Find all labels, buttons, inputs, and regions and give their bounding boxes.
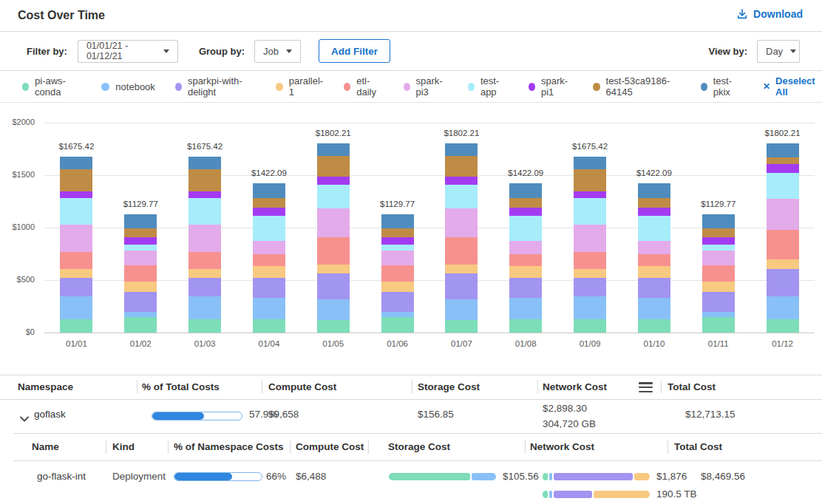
col-header-pct-namespace[interactable]: % of Namespace Costs <box>174 441 284 452</box>
col-header-network-cost[interactable]: Network Cost <box>530 441 594 452</box>
col-header-storage-cost[interactable]: Storage Cost <box>418 381 480 392</box>
col-header-network-cost[interactable]: Network Cost <box>543 381 607 392</box>
bar-segment-parallel-1[interactable] <box>381 282 414 292</box>
bar-segment-spark-pi3[interactable] <box>188 225 221 252</box>
bar-segment-notebook[interactable] <box>445 299 478 320</box>
bar-segment-parallel-1[interactable] <box>574 269 606 278</box>
bar-segment-notebook[interactable] <box>509 298 542 319</box>
bar-segment-sparkpi-with-delight[interactable] <box>60 278 92 296</box>
bar-segment-test-pkix[interactable] <box>60 157 92 169</box>
bar-segment-test-pkix[interactable] <box>124 214 157 228</box>
col-header-total-cost[interactable]: Total Cost <box>674 441 722 452</box>
bar-segment-test-53ca9186-64145[interactable] <box>124 228 157 237</box>
legend-item-spark-pi3[interactable]: spark-pi3 <box>404 75 448 98</box>
bar-segment-etl-daily[interactable] <box>574 252 606 269</box>
bar-segment-etl-daily[interactable] <box>767 230 799 259</box>
bar-segment-test-app[interactable] <box>702 245 735 251</box>
bar-segment-sparkpi-with-delight[interactable] <box>638 278 670 298</box>
bar-segment-test-pkix[interactable] <box>509 183 542 198</box>
legend-item-notebook[interactable]: notebook <box>101 81 155 92</box>
bar-segment-pi-aws-conda[interactable] <box>702 317 735 333</box>
bar-segment-spark-pi1[interactable] <box>767 164 799 173</box>
bar-segment-test-pkix[interactable] <box>317 143 350 156</box>
bar-segment-etl-daily[interactable] <box>124 265 157 282</box>
legend-item-test-pkix[interactable]: test-pkix <box>701 75 742 98</box>
legend-item-parallel-1[interactable]: parallel-1 <box>276 75 324 98</box>
bar-segment-spark-pi3[interactable] <box>702 251 735 266</box>
bar-segment-spark-pi3[interactable] <box>381 251 414 266</box>
bar-segment-test-app[interactable] <box>381 245 414 251</box>
legend-item-pi-aws-conda[interactable]: pi-aws-conda <box>22 75 81 98</box>
bar-segment-notebook[interactable] <box>702 312 735 318</box>
bar-segment-notebook[interactable] <box>188 296 221 319</box>
bar-segment-test-53ca9186-64145[interactable] <box>188 169 221 191</box>
bar-segment-spark-pi3[interactable] <box>445 208 478 236</box>
bar-segment-parallel-1[interactable] <box>253 266 285 279</box>
bar-segment-parallel-1[interactable] <box>317 265 350 273</box>
bar-segment-test-app[interactable] <box>638 216 670 241</box>
bar-segment-notebook[interactable] <box>317 299 350 320</box>
bar-segment-pi-aws-conda[interactable] <box>638 319 670 333</box>
bar-segment-etl-daily[interactable] <box>638 254 670 266</box>
bar-segment-pi-aws-conda[interactable] <box>60 319 92 333</box>
col-header-compute-cost[interactable]: Compute Cost <box>296 441 364 452</box>
col-header-compute-cost[interactable]: Compute Cost <box>268 381 336 392</box>
bar-segment-spark-pi3[interactable] <box>60 225 92 252</box>
col-header-total-cost[interactable]: Total Cost <box>668 381 716 392</box>
bar-segment-test-app[interactable] <box>574 198 606 224</box>
bar-segment-test-pkix[interactable] <box>702 214 735 228</box>
bar-segment-test-app[interactable] <box>767 173 799 199</box>
bar-segment-sparkpi-with-delight[interactable] <box>188 278 221 296</box>
legend-item-test-app[interactable]: test-app <box>468 75 509 98</box>
bar-segment-etl-daily[interactable] <box>381 265 414 282</box>
bar-segment-parallel-1[interactable] <box>767 259 799 269</box>
workload-name[interactable]: go-flask-int <box>37 471 86 482</box>
bar-segment-etl-daily[interactable] <box>509 254 542 266</box>
bar-segment-test-app[interactable] <box>124 245 157 251</box>
bar-segment-sparkpi-with-delight[interactable] <box>767 269 799 296</box>
bar-segment-sparkpi-with-delight[interactable] <box>253 278 285 298</box>
bar-segment-pi-aws-conda[interactable] <box>574 319 606 333</box>
bar-segment-test-53ca9186-64145[interactable] <box>381 228 414 237</box>
bar-segment-parallel-1[interactable] <box>702 282 735 292</box>
bar-segment-spark-pi1[interactable] <box>381 237 414 245</box>
bar-segment-spark-pi1[interactable] <box>509 208 542 215</box>
bar-segment-sparkpi-with-delight[interactable] <box>702 292 735 311</box>
bar-segment-pi-aws-conda[interactable] <box>188 319 221 333</box>
bar-segment-test-pkix[interactable] <box>188 157 221 169</box>
bar-segment-spark-pi1[interactable] <box>124 237 157 245</box>
bar-segment-spark-pi3[interactable] <box>767 199 799 229</box>
bar-segment-etl-daily[interactable] <box>253 254 285 266</box>
bar-segment-parallel-1[interactable] <box>60 269 92 278</box>
bar-segment-pi-aws-conda[interactable] <box>767 319 799 333</box>
bar-segment-test-pkix[interactable] <box>574 157 606 169</box>
bar-segment-parallel-1[interactable] <box>445 265 478 273</box>
bar-segment-test-53ca9186-64145[interactable] <box>253 198 285 208</box>
bar-segment-test-pkix[interactable] <box>445 143 478 156</box>
bar-segment-spark-pi1[interactable] <box>60 191 92 198</box>
bar-segment-notebook[interactable] <box>381 312 414 318</box>
col-header-pct-total[interactable]: % of Total Costs <box>142 381 220 392</box>
bar-segment-spark-pi1[interactable] <box>638 208 670 215</box>
bar-segment-sparkpi-with-delight[interactable] <box>381 292 414 311</box>
deselect-all-button[interactable]: ✕ Deselect All <box>763 75 822 98</box>
download-button[interactable]: Download <box>736 8 803 20</box>
bar-segment-test-pkix[interactable] <box>638 183 670 198</box>
legend-item-etl-daily[interactable]: etl-daily <box>344 75 383 98</box>
legend-item-test-53ca9186-64145[interactable]: test-53ca9186-64145 <box>593 75 680 98</box>
bar-segment-test-app[interactable] <box>253 216 285 241</box>
bar-segment-pi-aws-conda[interactable] <box>509 319 542 333</box>
bar-segment-sparkpi-with-delight[interactable] <box>317 273 350 299</box>
bar-segment-spark-pi3[interactable] <box>253 241 285 254</box>
bar-segment-test-53ca9186-64145[interactable] <box>702 228 735 237</box>
group-by-select[interactable]: Job <box>254 40 301 63</box>
bar-segment-test-53ca9186-64145[interactable] <box>574 169 606 191</box>
bar-segment-spark-pi3[interactable] <box>509 241 542 254</box>
bar-segment-pi-aws-conda[interactable] <box>445 320 478 333</box>
col-header-storage-cost[interactable]: Storage Cost <box>388 441 450 452</box>
bar-segment-etl-daily[interactable] <box>702 265 735 282</box>
bar-segment-etl-daily[interactable] <box>317 237 350 265</box>
bar-segment-sparkpi-with-delight[interactable] <box>509 278 542 298</box>
chevron-down-icon[interactable] <box>19 412 30 426</box>
bar-segment-test-pkix[interactable] <box>767 143 799 157</box>
